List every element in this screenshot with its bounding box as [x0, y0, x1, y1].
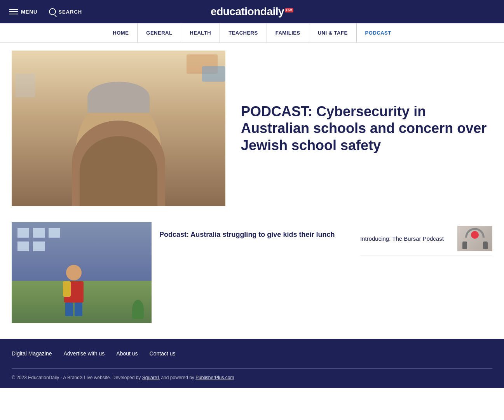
search-button[interactable]: SEARCH: [49, 8, 82, 15]
top-header: MENU SEARCH educationdailyLIVE: [0, 0, 504, 23]
sidebar-article-thumb-1: [457, 226, 492, 251]
kippah-scene: [12, 51, 225, 206]
featured-article: PODCAST: Cybersecurity in Australian sch…: [0, 43, 504, 214]
live-badge: LIVE: [285, 8, 293, 12]
sidebar-articles: Introducing: The Bursar Podcast: [349, 222, 492, 323]
logo-text: educationdailyLIVE: [211, 5, 293, 18]
bursar-scene: [457, 226, 492, 251]
footer-copyright: © 2023 EducationDaily - A BrandX Live we…: [12, 368, 492, 380]
menu-button[interactable]: MENU: [9, 9, 37, 15]
main-content: PODCAST: Cybersecurity in Australian sch…: [0, 43, 504, 331]
nav-item-teachers[interactable]: TEACHERS: [220, 23, 267, 42]
footer-links: Digital Magazine Advertise with us About…: [12, 350, 492, 357]
footer-link-about[interactable]: About us: [116, 350, 138, 357]
site-logo[interactable]: educationdailyLIVE: [211, 5, 293, 18]
main-nav: HOME GENERAL HEALTH TEACHERS FAMILIES UN…: [0, 23, 504, 43]
menu-label: MENU: [21, 9, 37, 15]
secondary-section: Podcast: Australia struggling to give ki…: [0, 214, 504, 331]
lunch-scene: [12, 222, 152, 323]
footer-square1-link[interactable]: Square1: [142, 375, 160, 380]
footer-link-contact[interactable]: Contact us: [150, 350, 176, 357]
secondary-article-text[interactable]: Podcast: Australia struggling to give ki…: [159, 222, 349, 240]
footer-link-advertise[interactable]: Advertise with us: [64, 350, 105, 357]
sidebar-article-title-1: Introducing: The Bursar Podcast: [360, 235, 453, 243]
featured-article-image: [12, 51, 225, 206]
footer-link-digital-magazine[interactable]: Digital Magazine: [12, 350, 52, 357]
footer: Digital Magazine Advertise with us About…: [0, 339, 504, 388]
nav-item-podcast[interactable]: PODCAST: [357, 23, 400, 42]
secondary-article-image: [12, 222, 152, 323]
nav-item-health[interactable]: HEALTH: [181, 23, 220, 42]
hamburger-icon: [9, 9, 18, 14]
search-icon: [49, 8, 56, 15]
sidebar-article-1[interactable]: Introducing: The Bursar Podcast: [360, 222, 492, 256]
nav-item-families[interactable]: FAMILIES: [267, 23, 309, 42]
featured-article-text[interactable]: PODCAST: Cybersecurity in Australian sch…: [241, 51, 492, 206]
nav-item-uni-tafe[interactable]: UNI & TAFE: [309, 23, 357, 42]
featured-article-title: PODCAST: Cybersecurity in Australian sch…: [241, 103, 492, 154]
kippah-cap: [87, 82, 150, 113]
secondary-article-title: Podcast: Australia struggling to give ki…: [159, 226, 349, 240]
nav-item-home[interactable]: HOME: [104, 23, 138, 42]
secondary-left: Podcast: Australia struggling to give ki…: [12, 222, 349, 323]
search-label: SEARCH: [58, 9, 82, 15]
footer-publisher-link[interactable]: PublisherPlus.com: [195, 375, 234, 380]
nav-item-general[interactable]: GENERAL: [138, 23, 181, 42]
